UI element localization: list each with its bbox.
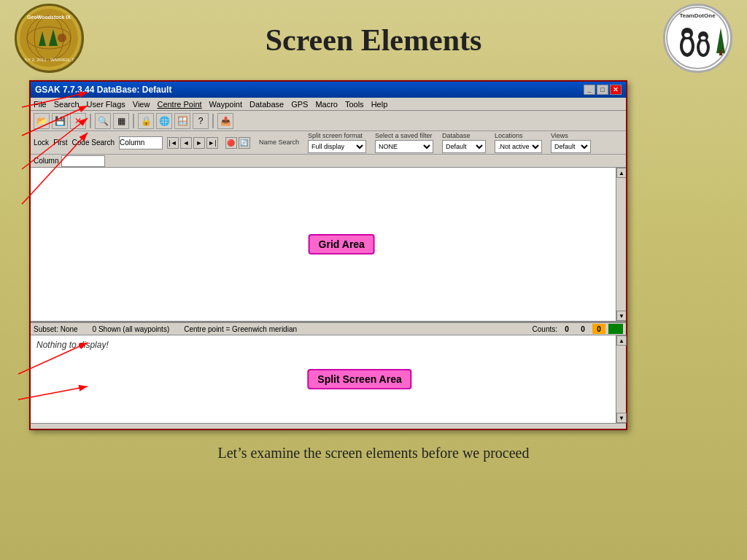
minimize-button[interactable]: _ — [584, 85, 595, 95]
count-2: 0 — [576, 324, 589, 334]
split-format-section: Split screen format Full display — [308, 132, 366, 153]
locations-section: Locations .Not active — [495, 132, 542, 153]
logo-right: TeamDotOne — [663, 4, 732, 73]
views-section: Views Default — [551, 132, 591, 153]
svg-text:TeamDotOne: TeamDotOne — [679, 12, 716, 19]
code-search-label: Code Search — [72, 139, 115, 147]
svg-text:GeoWoodstock IX: GeoWoodstock IX — [27, 15, 71, 20]
scroll-down[interactable]: ▼ — [616, 311, 626, 321]
page-title: Screen Elements — [266, 23, 482, 58]
shown-text: 0 Shown (all waypoints) — [93, 325, 170, 333]
count-4 — [608, 324, 623, 334]
menu-bar: File Search User Flags View Centre Point… — [31, 98, 626, 111]
tool-globe[interactable]: 🌐 — [156, 113, 172, 129]
svg-point-13 — [683, 39, 692, 53]
name-search-section: Name Search — [259, 139, 299, 147]
toolbar-separator-2 — [133, 114, 134, 128]
menu-gps[interactable]: GPS — [291, 100, 308, 109]
grid-column-header: Column — [34, 157, 58, 165]
tool-help[interactable]: ? — [193, 113, 209, 129]
title-bar-buttons: _ □ ✕ — [584, 85, 622, 95]
svg-text:JULY 2, 2011 - WARREN, PA: JULY 2, 2011 - WARREN, PA — [20, 58, 77, 62]
subset-text: Subset: None — [34, 325, 78, 333]
nav-refresh[interactable]: 🔄 — [239, 137, 250, 149]
search-bar: Lock First Code Search |◄ ◄ ► ►| 🔴 🔄 Nam… — [31, 131, 626, 155]
count-3: 0 — [592, 324, 605, 334]
views-label: Views — [551, 132, 591, 139]
logo-left: GeoWoodstock IX JULY 2, 2011 - WARREN, P… — [15, 4, 84, 73]
tool-window[interactable]: 🪟 — [174, 113, 190, 129]
close-button[interactable]: ✕ — [610, 85, 622, 95]
toolbar-separator-3 — [212, 114, 214, 128]
locations-select[interactable]: .Not active — [495, 140, 542, 153]
database-label: Database — [442, 132, 486, 139]
split-scroll-down[interactable]: ▼ — [616, 413, 627, 423]
split-scrollbar[interactable]: ▲ ▼ — [616, 335, 626, 423]
nav-last[interactable]: ►| — [206, 137, 218, 149]
nav-first[interactable]: |◄ — [167, 137, 179, 149]
menu-file[interactable]: File — [34, 100, 47, 109]
menu-macro[interactable]: Macro — [315, 100, 338, 109]
title-bar: GSAK 7.7.3.44 DataBase: Default _ □ ✕ — [31, 82, 626, 98]
svg-point-15 — [684, 33, 690, 37]
locations-label: Locations — [495, 132, 542, 139]
gsak-window: GSAK 7.7.3.44 DataBase: Default _ □ ✕ Fi… — [29, 80, 627, 430]
menu-help[interactable]: Help — [371, 100, 388, 109]
saved-filter-label: Select a saved filter — [375, 132, 433, 139]
grid-area: Column Grid Area ▲ ▼ — [31, 155, 626, 322]
saved-filter-section: Select a saved filter NONE — [375, 132, 433, 153]
column-input[interactable] — [119, 136, 163, 149]
nav-next[interactable]: ► — [193, 137, 205, 149]
split-format-select[interactable]: Full display — [308, 140, 366, 153]
menu-waypoint[interactable]: Waypoint — [209, 100, 242, 109]
split-screen-label: Split Screen Area — [307, 369, 411, 389]
views-select[interactable]: Default — [551, 140, 591, 153]
svg-point-19 — [701, 36, 706, 40]
tool-grid[interactable]: ▦ — [113, 113, 129, 129]
tool-save[interactable]: 💾 — [52, 113, 68, 129]
counts-section: Counts: 0 0 0 — [533, 324, 623, 334]
menu-search[interactable]: Search — [54, 100, 80, 109]
menu-database[interactable]: Database — [249, 100, 284, 109]
menu-tools[interactable]: Tools — [345, 100, 364, 109]
svg-rect-21 — [719, 50, 722, 55]
tool-find[interactable]: 🔍 — [95, 113, 111, 129]
footer-text: Let’s examine the screen elements before… — [0, 438, 747, 465]
svg-point-9 — [58, 34, 66, 42]
database-section: Database Default — [442, 132, 486, 153]
database-select[interactable]: Default — [442, 140, 486, 153]
grid-area-label: Grid Area — [309, 234, 375, 254]
status-bar: Subset: None 0 Shown (all waypoints) Cen… — [31, 322, 626, 335]
tool-close[interactable]: ✕ — [70, 113, 86, 129]
splitter-bar[interactable] — [31, 423, 626, 429]
menu-user-flags[interactable]: User Flags — [87, 100, 125, 109]
menu-centre-point[interactable]: Centre Point — [157, 100, 201, 109]
split-scroll-up[interactable]: ▲ — [616, 335, 627, 346]
toolbar-separator-1 — [90, 114, 91, 128]
tool-export[interactable]: 📤 — [217, 113, 233, 129]
count-1: 0 — [560, 324, 573, 334]
tool-lock[interactable]: 🔒 — [138, 113, 154, 129]
name-search-label: Name Search — [259, 139, 299, 146]
maximize-button[interactable]: □ — [597, 85, 608, 95]
svg-point-17 — [700, 41, 707, 54]
toolbar: 📂 💾 ✕ 🔍 ▦ 🔒 🌐 🪟 ? 📤 — [31, 111, 626, 131]
scroll-up[interactable]: ▲ — [616, 168, 626, 178]
split-format-label: Split screen format — [308, 132, 366, 139]
header: GeoWoodstock IX JULY 2, 2011 - WARREN, P… — [0, 0, 747, 80]
nothing-display-text: Nothing to display! — [31, 335, 626, 354]
tool-open[interactable]: 📂 — [34, 113, 50, 129]
counts-label: Counts: — [533, 325, 557, 333]
grid-header: Column — [31, 155, 626, 168]
saved-filter-select[interactable]: NONE — [375, 140, 433, 153]
centre-text: Centre point = Greenwich meridian — [184, 325, 297, 333]
grid-scrollbar[interactable]: ▲ ▼ — [616, 168, 626, 321]
lock-label: Lock — [34, 139, 49, 147]
first-label: First — [53, 139, 67, 147]
title-bar-text: GSAK 7.7.3.44 DataBase: Default — [35, 85, 171, 95]
nav-up[interactable]: 🔴 — [225, 137, 237, 149]
split-screen-area: Nothing to display! Split Screen Area ▲ … — [31, 335, 626, 423]
grid-search-input[interactable] — [61, 155, 105, 167]
menu-view[interactable]: View — [133, 100, 150, 109]
nav-prev[interactable]: ◄ — [180, 137, 192, 149]
